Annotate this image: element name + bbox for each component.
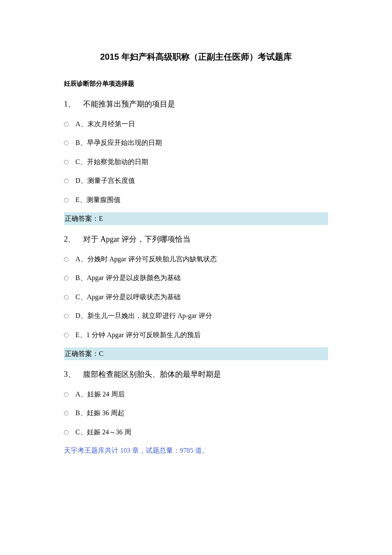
option-row: E、1 分钟 Apgar 评分可反映新生儿的预后 <box>64 330 328 340</box>
option-row: A、分娩时 Apgar 评分可反映胎儿宫内缺氧状态 <box>64 254 328 264</box>
radio-icon[interactable] <box>64 122 69 127</box>
option-text: C、开始察觉胎动的日期 <box>75 157 148 167</box>
correct-answer: 正确答案：E <box>64 212 328 225</box>
option-row: D、测量子宫长度值 <box>64 176 328 185</box>
radio-icon[interactable] <box>64 160 69 165</box>
option-text: D、测量子宫长度值 <box>75 176 135 185</box>
option-text: A、分娩时 Apgar 评分可反映胎儿宫内缺氧状态 <box>75 254 217 264</box>
option-text: C、妊娠 24～36 周 <box>75 428 131 437</box>
section-header: 妊辰诊断部分单项选择题 <box>64 80 328 88</box>
radio-icon[interactable] <box>64 314 69 318</box>
radio-icon[interactable] <box>64 257 69 262</box>
question-text: 不能推算出预产期的项目是 <box>83 100 175 108</box>
question-3: 3、 腹部检查能区别胎头、胎体的最早时期是 <box>64 369 328 380</box>
option-text: B、妊娠 36 周起 <box>75 408 124 418</box>
question-number: 3、 <box>64 370 75 379</box>
option-row: E、测量腹围值 <box>64 195 328 205</box>
question-1: 1、 不能推算出预产期的项目是 <box>64 98 328 110</box>
option-row: C、Apgar 评分是以呼吸状态为基础 <box>64 292 328 302</box>
option-row: A、末次月经第一日 <box>64 119 328 129</box>
radio-icon[interactable] <box>64 179 69 183</box>
option-row: B、早孕反应开始出现的日期 <box>64 138 328 147</box>
option-text: E、测量腹围值 <box>75 195 121 205</box>
option-text: E、1 分钟 Apgar 评分可反映新生儿的预后 <box>75 330 201 340</box>
option-row: B、妊娠 36 周起 <box>64 408 328 418</box>
option-text: A、妊娠 24 周后 <box>75 390 125 399</box>
radio-icon[interactable] <box>64 430 69 435</box>
option-text: B、Apgar 评分是以皮肤颜色为基础 <box>75 273 181 283</box>
option-row: C、妊娠 24～36 周 <box>64 428 328 437</box>
correct-answer: 正确答案：C <box>64 347 328 360</box>
radio-icon[interactable] <box>64 276 69 280</box>
radio-icon[interactable] <box>64 392 69 397</box>
radio-icon[interactable] <box>64 333 69 338</box>
option-text: C、Apgar 评分是以呼吸状态为基础 <box>75 292 181 302</box>
option-row: D、新生儿一旦娩出，就立即进行 Ap-gar 评分 <box>64 311 328 321</box>
option-row: C、开始察觉胎动的日期 <box>64 157 328 167</box>
question-number: 1、 <box>64 100 75 108</box>
radio-icon[interactable] <box>64 295 69 300</box>
option-text: D、新生儿一旦娩出，就立即进行 Ap-gar 评分 <box>75 311 212 321</box>
option-text: A、末次月经第一日 <box>75 119 135 129</box>
footer-note: 天宇考王题库共计 103 章，试题总量：9785 道。 <box>64 445 328 456</box>
radio-icon[interactable] <box>64 198 69 202</box>
page-title: 2015 年妇产科高级职称（正副主任医师）考试题库 <box>64 51 328 63</box>
radio-icon[interactable] <box>64 141 69 145</box>
option-row: B、Apgar 评分是以皮肤颜色为基础 <box>64 273 328 283</box>
radio-icon[interactable] <box>64 411 69 416</box>
question-text: 对于 Apgar 评分，下列哪项恰当 <box>83 235 190 243</box>
question-text: 腹部检查能区别胎头、胎体的最早时期是 <box>83 370 221 379</box>
question-number: 2、 <box>64 235 75 243</box>
option-row: A、妊娠 24 周后 <box>64 390 328 399</box>
option-text: B、早孕反应开始出现的日期 <box>75 138 162 147</box>
question-2: 2、 对于 Apgar 评分，下列哪项恰当 <box>64 234 328 245</box>
